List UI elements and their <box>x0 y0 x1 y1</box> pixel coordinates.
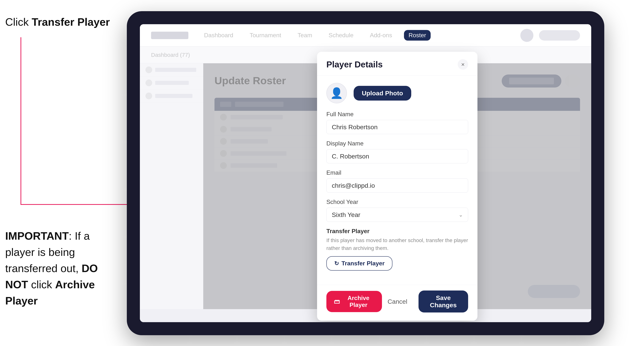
nav-item-addons[interactable]: Add-ons <box>365 30 396 41</box>
full-name-input[interactable] <box>326 120 468 134</box>
transfer-btn-label: Transfer Player <box>342 260 384 267</box>
transfer-section: Transfer Player If this player has moved… <box>326 228 468 271</box>
nav-item-dashboard[interactable]: Dashboard <box>200 30 238 41</box>
display-name-input[interactable] <box>326 149 468 163</box>
important-label: IMPORTANT <box>5 230 69 242</box>
footer-right: Cancel Save Changes <box>382 291 468 313</box>
modal-body: 👤 Upload Photo Full Name <box>317 75 478 285</box>
email-input[interactable] <box>326 178 468 192</box>
app-logo <box>151 32 188 39</box>
archive-icon: 🗃 <box>334 298 340 305</box>
modal-footer: 🗃 Archive Player Cancel Save Changes <box>317 285 478 321</box>
school-year-select-wrapper: First Year Second Year Third Year Fourth… <box>326 208 468 222</box>
modal-title: Player Details <box>326 59 383 69</box>
avatar-circle: 👤 <box>326 83 347 103</box>
modal-header: Player Details × <box>317 52 478 75</box>
tablet-screen: Dashboard Tournament Team Schedule Add-o… <box>140 24 591 322</box>
display-name-group: Display Name <box>326 140 468 163</box>
breadcrumb: Dashboard (77) <box>151 52 190 58</box>
main-content: Update Roster <box>140 63 591 309</box>
transfer-icon: ↻ <box>334 260 339 267</box>
full-name-label: Full Name <box>326 111 468 118</box>
nav-avatar <box>520 29 534 42</box>
app-background: Dashboard Tournament Team Schedule Add-o… <box>140 24 591 322</box>
content-area: Update Roster <box>203 63 591 309</box>
transfer-player-button[interactable]: ↻ Transfer Player <box>326 256 392 271</box>
player-details-modal: Player Details × 👤 Upload <box>317 52 478 321</box>
archive-player-button[interactable]: 🗃 Archive Player <box>326 291 382 312</box>
nav-bar: Dashboard Tournament Team Schedule Add-o… <box>140 24 591 46</box>
nav-add-player-btn[interactable] <box>539 30 580 41</box>
tablet-frame: Dashboard Tournament Team Schedule Add-o… <box>127 11 604 335</box>
nav-items: Dashboard Tournament Team Schedule Add-o… <box>200 30 509 41</box>
footer-left: 🗃 Archive Player <box>326 291 382 312</box>
sidebar <box>140 63 203 309</box>
arrow-vertical <box>20 37 21 205</box>
avatar-icon: 👤 <box>330 87 343 99</box>
save-changes-button[interactable]: Save Changes <box>418 291 468 313</box>
instruction-prefix: Click <box>5 16 32 28</box>
email-group: Email <box>326 169 468 192</box>
full-name-group: Full Name <box>326 111 468 134</box>
instruction-top: Click Transfer Player <box>5 15 110 29</box>
nav-right <box>520 29 580 42</box>
upload-photo-button[interactable]: Upload Photo <box>354 86 411 101</box>
nav-item-team[interactable]: Team <box>293 30 317 41</box>
instruction-bottom: IMPORTANT: If a player is being transfer… <box>5 228 110 309</box>
school-year-group: School Year First Year Second Year Third… <box>326 198 468 222</box>
transfer-description: If this player has moved to another scho… <box>326 236 468 252</box>
cancel-button[interactable]: Cancel <box>382 294 413 309</box>
bottom-text-2: click <box>28 278 55 291</box>
display-name-label: Display Name <box>326 140 468 147</box>
instruction-highlight: Transfer Player <box>32 16 110 28</box>
email-label: Email <box>326 169 468 176</box>
modal-overlay: Player Details × 👤 Upload <box>203 63 591 309</box>
modal-close-button[interactable]: × <box>458 59 468 70</box>
school-year-select[interactable]: First Year Second Year Third Year Fourth… <box>326 208 468 222</box>
nav-item-tournament[interactable]: Tournament <box>245 30 286 41</box>
nav-item-roster[interactable]: Roster <box>404 30 430 41</box>
archive-btn-label: Archive Player <box>342 295 374 308</box>
transfer-label: Transfer Player <box>326 228 468 235</box>
nav-item-schedule[interactable]: Schedule <box>324 30 358 41</box>
school-year-label: School Year <box>326 198 468 205</box>
photo-section: 👤 Upload Photo <box>326 83 468 103</box>
